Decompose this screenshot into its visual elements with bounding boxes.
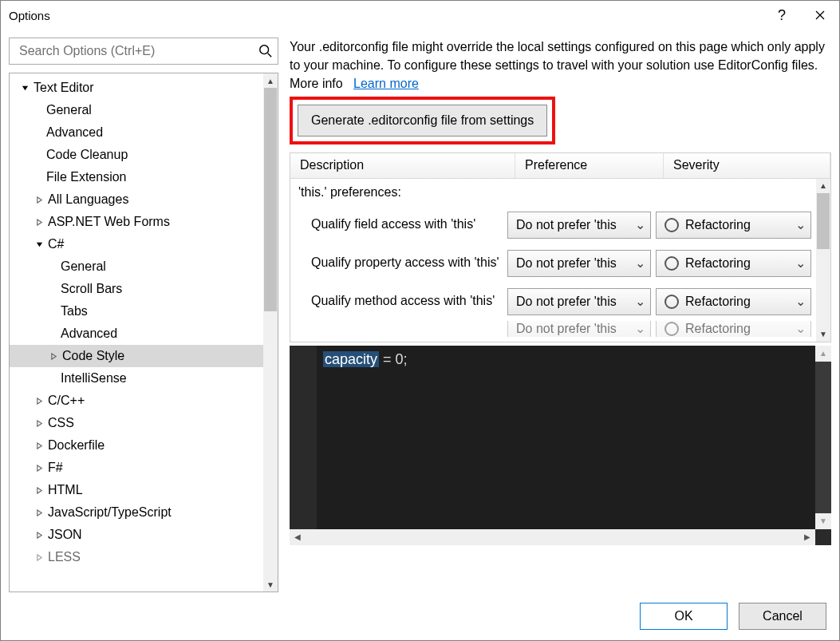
chevron-right-icon [36,487,43,494]
chevron-down-icon: ⌄ [634,321,645,336]
tree-item-code-style[interactable]: Code Style [10,345,263,367]
svg-line-3 [268,53,272,57]
table-body: 'this.' preferences: Qualify field acces… [290,179,816,342]
chevron-right-icon [36,442,43,449]
severity-ring-icon [665,256,679,271]
scroll-right-icon[interactable]: ▶ [799,529,815,545]
svg-point-2 [260,46,269,54]
chevron-right-icon [36,554,43,561]
tree-item-fsharp[interactable]: F# [10,457,263,479]
tree-item-aspnet[interactable]: ASP.NET Web Forms [10,211,263,233]
preference-dropdown[interactable]: Do not prefer 'this⌄ [507,212,651,239]
chevron-down-icon: ⌄ [634,294,645,309]
chevron-down-icon: ⌄ [795,255,806,271]
scroll-up-icon[interactable]: ▲ [263,73,278,88]
tree-item-csharp-tabs[interactable]: Tabs [10,300,263,322]
chevron-right-icon [36,219,43,226]
info-text: Your .editorconfig file might override t… [290,38,831,93]
scroll-down-icon[interactable]: ▼ [815,513,831,529]
svg-marker-8 [51,353,55,358]
search-box[interactable] [9,38,278,65]
tree-item-csharp-general[interactable]: General [10,255,263,278]
tree-label: Text Editor [34,81,94,95]
options-tree[interactable]: Text Editor General Advanced Code Cleanu… [10,73,263,592]
svg-marker-6 [37,219,41,224]
scroll-left-icon[interactable]: ◀ [290,529,306,545]
tree-item-intellisense[interactable]: IntelliSense [10,367,263,390]
close-button[interactable] [801,1,839,30]
search-input[interactable] [18,43,258,59]
table-row: Qualify field access with 'this' Do not … [290,206,816,244]
tree-item-general[interactable]: General [10,99,263,121]
severity-ring-icon [665,218,679,232]
tree-item-html[interactable]: HTML [10,479,263,501]
severity-ring-icon [665,322,679,336]
tree-item-csharp-advanced[interactable]: Advanced [10,322,263,345]
close-icon [815,10,825,20]
right-pane: Your .editorconfig file might override t… [290,38,831,592]
chevron-right-icon [50,353,57,360]
svg-marker-13 [37,487,41,493]
code-vscrollbar[interactable]: ▲ ▼ [815,346,831,529]
tree-item-text-editor[interactable]: Text Editor [10,77,263,99]
table-header: Description Preference Severity [290,153,830,179]
tree-item-less[interactable]: LESS [10,546,263,568]
scroll-down-icon[interactable]: ▼ [263,577,278,592]
chevron-right-icon [36,509,43,516]
svg-marker-16 [37,554,41,560]
preferences-table: Description Preference Severity 'this.' … [290,152,831,342]
col-preference[interactable]: Preference [515,153,664,178]
tree-item-ccpp[interactable]: C/C++ [10,390,263,412]
tree-item-file-extension[interactable]: File Extension [10,166,263,188]
scroll-up-icon[interactable]: ▲ [816,179,830,193]
tree-item-csharp-scrollbars[interactable]: Scroll Bars [10,278,263,300]
window-title: Options [9,9,50,22]
severity-dropdown[interactable]: Refactoring⌄ [656,288,811,315]
code-hscrollbar[interactable]: ◀ ▶ [290,529,831,545]
titlebar: Options ? [1,1,839,30]
tree-item-json[interactable]: JSON [10,524,263,546]
learn-more-link[interactable]: Learn more [353,77,419,90]
chevron-down-icon: ⌄ [795,294,806,309]
preference-dropdown[interactable]: Do not prefer 'this⌄ [507,288,651,315]
tree-item-csharp[interactable]: C# [10,233,263,255]
chevron-right-icon [36,465,43,472]
chevron-down-icon: ⌄ [795,321,806,336]
col-description[interactable]: Description [290,153,515,178]
preference-dropdown[interactable]: Do not prefer 'this⌄ [507,250,651,277]
scroll-down-icon[interactable]: ▼ [816,327,830,342]
tree-item-code-cleanup[interactable]: Code Cleanup [10,144,263,166]
tree-scrollbar[interactable]: ▲ ▼ [263,73,278,592]
tree-item-dockerfile[interactable]: Dockerfile [10,434,263,457]
tree-item-css[interactable]: CSS [10,412,263,434]
table-group-row: 'this.' preferences: [290,179,816,206]
table-row: Qualify method access with 'this' Do not… [290,283,816,321]
scroll-thumb[interactable] [264,88,277,311]
table-scrollbar[interactable]: ▲ ▼ [816,179,830,342]
severity-dropdown[interactable]: Refactoring⌄ [656,321,811,337]
help-button[interactable]: ? [763,1,801,30]
cancel-button[interactable]: Cancel [739,603,826,630]
table-row: Qualify property access with 'this' Do n… [290,244,816,283]
svg-marker-14 [37,509,41,515]
code-text: capacity = 0; [317,346,815,529]
dialog-footer: OK Cancel [1,592,839,640]
scroll-up-icon[interactable]: ▲ [815,346,831,362]
severity-dropdown[interactable]: Refactoring⌄ [656,212,811,239]
code-preview: capacity = 0; ▲ ▼ ◀ ▶ [290,346,831,545]
svg-marker-12 [37,465,41,470]
scroll-thumb[interactable] [817,193,830,249]
chevron-right-icon [36,196,43,204]
tree-item-advanced[interactable]: Advanced [10,121,263,144]
ok-button[interactable]: OK [640,603,728,630]
svg-marker-10 [37,420,41,425]
col-severity[interactable]: Severity [664,153,830,178]
preference-dropdown[interactable]: Do not prefer 'this⌄ [507,321,651,337]
table-row: Do not prefer 'this⌄ Refactoring⌄ [290,321,816,337]
svg-marker-9 [37,398,41,403]
tree-item-all-languages[interactable]: All Languages [10,188,263,211]
tree-item-js-ts[interactable]: JavaScript/TypeScript [10,501,263,524]
chevron-down-icon: ⌄ [634,217,645,232]
generate-editorconfig-button[interactable]: Generate .editorconfig file from setting… [298,105,547,137]
severity-dropdown[interactable]: Refactoring⌄ [656,250,811,277]
